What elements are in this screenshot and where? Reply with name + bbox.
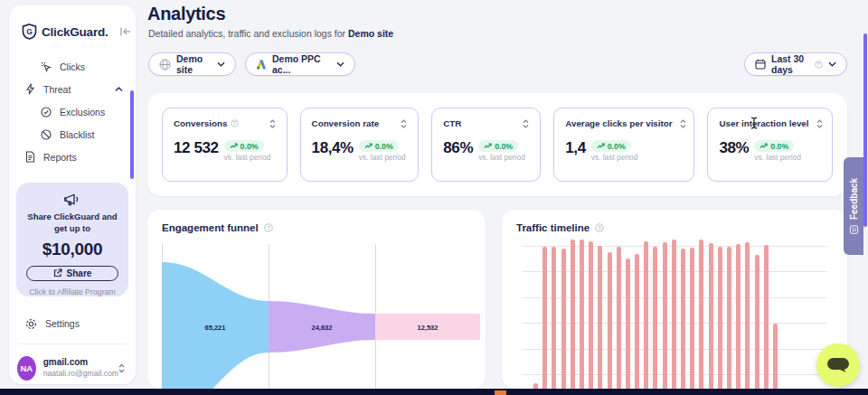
ppc-account-selector[interactable]: Demo PPC ac...	[245, 52, 355, 76]
chevron-down-icon	[217, 61, 225, 67]
sidebar-item-reports[interactable]: Reports	[9, 146, 136, 168]
sort-icon[interactable]	[680, 119, 686, 128]
promo-text: Share ClickGuard and get up to	[27, 211, 117, 235]
sidebar-item-label: Threat	[43, 84, 71, 95]
shield-logo-icon: G	[22, 24, 37, 40]
sidebar-scrollbar[interactable]	[130, 90, 134, 179]
chat-widget-button[interactable]	[816, 343, 860, 387]
collapse-sidebar-icon[interactable]	[120, 27, 131, 36]
smiley-icon	[849, 225, 858, 234]
subtitle-site-name: Demo site	[348, 28, 393, 39]
timeline-bar	[764, 245, 769, 389]
select-chevrons-icon	[118, 363, 125, 373]
trend-badge: 0.0%	[478, 140, 518, 152]
sidebar: G ClickGuard. Clicks Threat Exclusions B…	[9, 5, 136, 384]
account-email: naatali.ro@gmail.com	[43, 369, 118, 379]
sidebar-item-label: Exclusions	[60, 107, 105, 118]
page-scrollbar[interactable]	[863, 33, 867, 227]
trend-badge: 0.0%	[591, 140, 631, 152]
timeline-bar	[580, 240, 584, 389]
timeline-bar	[617, 247, 621, 389]
timeline-bar	[773, 324, 778, 389]
site-selector[interactable]: Demo site	[148, 52, 236, 76]
timeline-bar	[552, 247, 556, 389]
sidebar-item-settings[interactable]: Settings	[9, 313, 136, 334]
metric-card-avg-clicks[interactable]: Average clicks per visitor 1,4 0.0% vs. …	[553, 108, 694, 182]
info-circle-icon[interactable]: ?	[231, 119, 239, 127]
click-icon	[41, 61, 52, 72]
timeline-bar	[663, 242, 667, 389]
sort-icon[interactable]	[523, 119, 529, 128]
info-circle-icon[interactable]: ?	[264, 223, 273, 232]
timeline-bar	[690, 248, 694, 389]
metric-label: User interaction level	[719, 118, 808, 128]
metric-label: Conversion rate	[312, 118, 380, 128]
trend-badge: 0.0%	[754, 140, 794, 152]
brand-name: ClickGuard.	[42, 25, 108, 39]
account-name: gmail.com	[43, 357, 118, 369]
chevron-down-icon	[336, 61, 344, 67]
megaphone-icon	[63, 193, 81, 207]
metric-card-conversions[interactable]: Conversions ? 12 532 0.0% vs. last perio…	[162, 108, 288, 182]
logo[interactable]: G ClickGuard.	[22, 24, 131, 40]
info-circle-icon[interactable]: ?	[595, 223, 604, 232]
metric-card-user-interaction[interactable]: User interaction level 38% 0.0% vs. last…	[707, 108, 833, 182]
chevron-up-icon[interactable]	[115, 87, 123, 92]
promo-amount: $10,000	[42, 240, 103, 259]
chat-bubble-icon	[826, 356, 850, 375]
funnel-title: Engagement funnel	[162, 222, 259, 233]
compare-label: vs. last period	[478, 153, 525, 162]
timeline-bar	[745, 242, 750, 389]
cutoff-element	[495, 390, 506, 395]
timeline-bar	[736, 244, 741, 389]
feedback-tab[interactable]: Feedback	[844, 157, 863, 255]
share-button[interactable]: Share	[26, 266, 118, 281]
traffic-timeline-card: Traffic timeline ?	[502, 210, 847, 389]
external-link-icon	[53, 268, 62, 277]
timeline-bar	[598, 246, 602, 389]
share-button-label: Share	[67, 268, 92, 278]
timeline-bar	[672, 240, 676, 389]
compare-label: vs. last period	[754, 153, 801, 162]
sidebar-item-clicks[interactable]: Clicks	[9, 55, 136, 78]
timeline-bar	[727, 247, 731, 389]
timeline-bar	[561, 249, 566, 389]
calendar-icon	[755, 59, 766, 70]
timeline-bar	[653, 247, 657, 389]
metric-card-ctr[interactable]: CTR 86% 0.0% vs. last period	[431, 108, 541, 182]
site-selector-value: Demo site	[176, 53, 212, 75]
settings-label: Settings	[45, 318, 80, 329]
sort-icon[interactable]	[816, 119, 823, 128]
timeline-chart	[523, 240, 827, 389]
timeline-bar	[635, 254, 639, 389]
timeline-title: Traffic timeline	[516, 222, 590, 233]
metric-value: 18,4%	[312, 140, 354, 157]
page-title: Analytics	[147, 4, 225, 24]
sidebar-item-threat[interactable]: Threat	[9, 78, 136, 100]
timeline-bar	[626, 259, 630, 389]
timeline-bar	[571, 240, 575, 389]
avatar: NA	[17, 356, 36, 381]
date-range-value: Last 30 days	[771, 53, 809, 75]
engagement-funnel-card: Engagement funnel ? 65,221 24,632 12,532	[147, 210, 486, 389]
sort-icon[interactable]	[401, 119, 407, 128]
feedback-label: Feedback	[849, 178, 859, 220]
sidebar-item-label: Clicks	[60, 61, 85, 72]
compare-label: vs. last period	[591, 153, 638, 162]
timeline-bar	[709, 243, 713, 389]
svg-text:G: G	[26, 27, 33, 36]
account-switcher[interactable]: NA gmail.com naatali.ro@gmail.com	[9, 353, 136, 383]
ppc-selector-value: Demo PPC ac...	[272, 53, 331, 75]
date-range-selector[interactable]: Last 30 days ?	[744, 52, 847, 76]
info-circle-icon: ?	[815, 61, 823, 69]
timeline-bar	[699, 240, 703, 389]
sidebar-item-exclusions[interactable]: Exclusions	[9, 100, 136, 123]
globe-icon	[159, 59, 171, 71]
affiliate-promo-card[interactable]: Share ClickGuard and get up to $10,000 S…	[16, 183, 128, 296]
compare-label: vs. last period	[224, 153, 271, 162]
sidebar-item-blacklist[interactable]: Blacklist	[9, 123, 136, 146]
sort-icon[interactable]	[269, 119, 276, 128]
timeline-bar	[644, 241, 648, 389]
metric-card-conversion-rate[interactable]: Conversion rate 18,4% 0.0% vs. last peri…	[300, 108, 420, 182]
funnel-label: 24,632	[312, 324, 333, 332]
